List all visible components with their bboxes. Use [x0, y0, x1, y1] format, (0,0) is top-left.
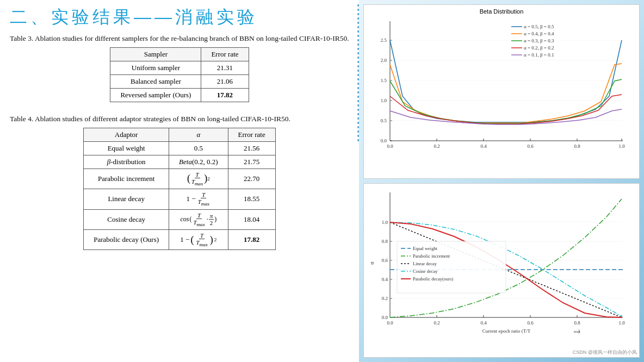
- svg-text:α = 0.5, β = 0.5: α = 0.5, β = 0.5: [524, 24, 554, 29]
- svg-text:0.0: 0.0: [387, 143, 393, 149]
- table3-row3-error: 17.82: [201, 88, 249, 102]
- table4-row5-adaptor: Cosine decay: [84, 209, 169, 229]
- table3-caption: Table 3. Ablation studies for different …: [10, 34, 349, 44]
- table4-header-error: Error rate: [228, 128, 275, 141]
- right-panel: Beta Distribution 0.0 0.5 1.0 1.5 2.0 2.…: [359, 0, 644, 362]
- table4-wrapper: Adaptor α Error rate Equal weight 0.5 21…: [10, 128, 349, 258]
- svg-text:Equal weight: Equal weight: [413, 246, 438, 251]
- table4-header-alpha: α: [169, 128, 228, 141]
- svg-text:0.4: 0.4: [480, 143, 487, 149]
- svg-text:0.5: 0.5: [381, 118, 387, 123]
- table-row: Parabolic decay (Ours) 1 − ( T Tmax ) 2: [84, 229, 276, 249]
- page-title: 二、实验结果——消融实验: [10, 5, 349, 29]
- svg-text:α = 0.3, β = 0.3: α = 0.3, β = 0.3: [524, 38, 554, 43]
- svg-text:0.2: 0.2: [434, 143, 439, 149]
- table4-caption: Table 4. Ablation studies of different a…: [10, 114, 349, 124]
- table4-row3-adaptor: Parabolic increment: [84, 168, 169, 189]
- table4-row5-error: 18.04: [228, 209, 275, 229]
- table4-row2-error: 21.75: [228, 155, 275, 168]
- table-row: Cosine decay cos( T Tmax · π 2: [84, 209, 276, 229]
- svg-text:0.0: 0.0: [382, 315, 388, 320]
- table3-row3-sampler: Reversed sampler (Ours): [110, 88, 201, 102]
- svg-text:Parabolic decay(ours): Parabolic decay(ours): [413, 276, 454, 282]
- chart1-title: Beta Distribution: [367, 8, 636, 15]
- svg-text:0.0: 0.0: [387, 320, 393, 326]
- table-row: Reversed sampler (Ours) 17.82: [110, 88, 249, 102]
- svg-text:1.0: 1.0: [618, 143, 625, 149]
- table4-row6-alpha: 1 − ( T Tmax ) 2: [169, 229, 228, 249]
- left-panel: 二、实验结果——消融实验 Table 3. Ablation studies f…: [0, 0, 359, 362]
- table4-row5-alpha: cos( T Tmax · π 2 ): [169, 209, 228, 229]
- svg-text:0.6: 0.6: [382, 258, 388, 263]
- svg-text:α = 0.4, β = 0.4: α = 0.4, β = 0.4: [524, 31, 554, 36]
- svg-text:Parabolic increment: Parabolic increment: [413, 253, 450, 259]
- watermark: CSDN @很风一样自由的小风: [573, 349, 637, 356]
- table-row: Uniform sampler 21.31: [110, 61, 249, 74]
- svg-text:2.5: 2.5: [381, 38, 387, 43]
- table4: Adaptor α Error rate Equal weight 0.5 21…: [83, 128, 276, 250]
- table4-row6-error: 17.82: [228, 229, 275, 249]
- svg-text:0.8: 0.8: [382, 239, 388, 244]
- svg-text:0.2: 0.2: [434, 320, 439, 326]
- table4-row3-alpha: ( T Tmax ) 2: [169, 168, 228, 189]
- svg-text:1.0: 1.0: [618, 320, 625, 326]
- table4-row6-adaptor: Parabolic decay (Ours): [84, 229, 169, 249]
- table4-row2-adaptor: β-distribution: [84, 155, 169, 168]
- table4-row4-alpha: 1 − T Tmax: [169, 189, 228, 209]
- table3-row2-sampler: Balanced sampler: [110, 74, 201, 88]
- svg-text:1.0: 1.0: [382, 220, 388, 225]
- svg-text:1.0: 1.0: [381, 98, 387, 103]
- table3: Sampler Error rate Uniform sampler 21.31…: [110, 47, 249, 102]
- chart1-svg: 0.0 0.5 1.0 1.5 2.0 2.5 0.0 0.2 0.4 0.6 …: [367, 16, 634, 163]
- table-row: Balanced sampler 21.06: [110, 74, 249, 88]
- table-row: Equal weight 0.5 21.56: [84, 141, 276, 155]
- table4-row2-alpha: Beta(0.2, 0.2): [169, 155, 228, 168]
- svg-text:0.4: 0.4: [382, 277, 388, 282]
- table3-header-error: Error rate: [201, 47, 249, 61]
- svg-text:1.5: 1.5: [381, 78, 387, 83]
- table-row: Linear decay 1 − T Tmax 18.55: [84, 189, 276, 209]
- table4-row4-error: 18.55: [228, 189, 275, 209]
- table4-row4-adaptor: Linear decay: [84, 189, 169, 209]
- table4-header-adaptor: Adaptor: [84, 128, 169, 141]
- table4-row3-error: 22.70: [228, 168, 275, 189]
- table4-row1-adaptor: Equal weight: [84, 141, 169, 155]
- svg-text:0.2: 0.2: [382, 296, 388, 301]
- table4-row1-alpha: 0.5: [169, 141, 228, 155]
- table3-header-sampler: Sampler: [110, 47, 201, 61]
- svg-text:2.0: 2.0: [381, 58, 387, 63]
- svg-text:0.6: 0.6: [527, 143, 534, 149]
- table-row: Parabolic increment ( T Tmax ) 2 22.70: [84, 168, 276, 189]
- svg-text:0.8: 0.8: [574, 320, 580, 326]
- svg-text:0.6: 0.6: [527, 320, 534, 326]
- table3-wrapper: Sampler Error rate Uniform sampler 21.31…: [10, 47, 349, 110]
- table3-row1-sampler: Uniform sampler: [110, 61, 201, 74]
- svg-text:Current epoch ratio (T/T: Current epoch ratio (T/T: [482, 328, 531, 334]
- svg-text:α = 0.1, β = 0.1: α = 0.1, β = 0.1: [524, 52, 554, 58]
- chart2-box: 0.0 0.2 0.4 0.6 0.8 1.0 0.0 0.2 0.4 0.6 …: [363, 183, 640, 358]
- chart1-box: Beta Distribution 0.0 0.5 1.0 1.5 2.0 2.…: [363, 4, 640, 179]
- svg-text:Cosine decay: Cosine decay: [413, 269, 438, 274]
- svg-text:Linear decay: Linear decay: [413, 261, 437, 266]
- svg-text:0.8: 0.8: [574, 143, 580, 149]
- svg-text:0.0: 0.0: [381, 138, 387, 143]
- svg-text:α = 0.2, β = 0.2: α = 0.2, β = 0.2: [524, 45, 554, 51]
- chart2-svg: 0.0 0.2 0.4 0.6 0.8 1.0 0.0 0.2 0.4 0.6 …: [367, 187, 634, 342]
- svg-text:0.4: 0.4: [480, 320, 487, 326]
- table4-row1-error: 21.56: [228, 141, 275, 155]
- svg-text:): ): [578, 328, 580, 334]
- table3-row2-error: 21.06: [201, 74, 249, 88]
- svg-text:α: α: [369, 261, 375, 265]
- table-row: β-distribution Beta(0.2, 0.2) 21.75: [84, 155, 276, 168]
- table3-row1-error: 21.31: [201, 61, 249, 74]
